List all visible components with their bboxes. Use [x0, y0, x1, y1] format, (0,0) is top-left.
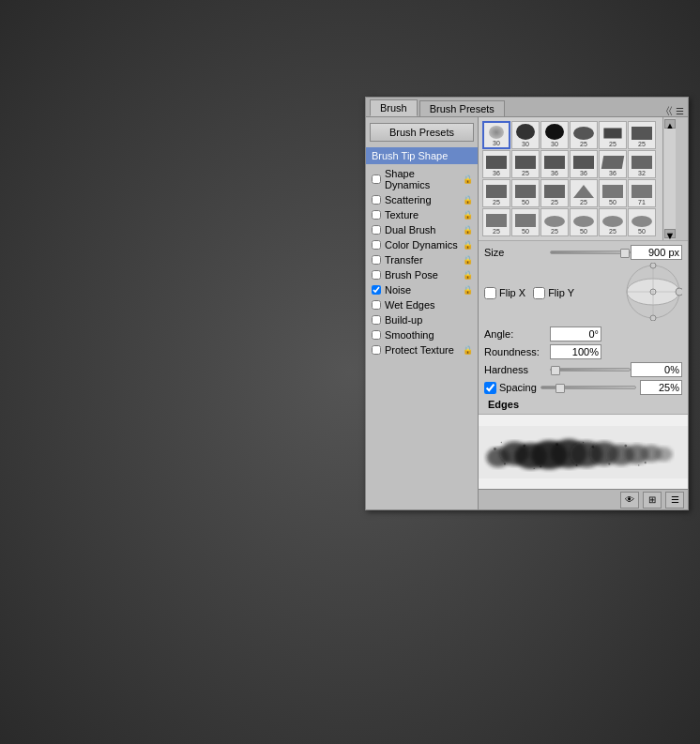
sidebar-item-transfer[interactable]: Transfer 🔒: [366, 252, 478, 267]
wet-edges-checkbox[interactable]: [372, 300, 381, 310]
noise-label: Noise: [385, 284, 463, 296]
sidebar-item-smoothing[interactable]: Smoothing: [366, 327, 478, 342]
brush-cell-2[interactable]: 30: [540, 121, 569, 149]
svg-point-26: [592, 446, 595, 448]
brush-pose-label: Brush Pose: [385, 269, 463, 281]
menu-icon[interactable]: ☰: [665, 492, 684, 509]
svg-point-7: [650, 315, 656, 321]
brush-cell-21[interactable]: 50: [570, 208, 598, 236]
tab-brush[interactable]: Brush: [370, 99, 418, 116]
sidebar-item-wet-edges[interactable]: Wet Edges: [366, 297, 478, 312]
brush-cell-6[interactable]: 36: [482, 150, 510, 178]
svg-point-32: [583, 442, 584, 443]
brush-presets-button[interactable]: Brush Presets: [370, 123, 474, 142]
scattering-checkbox[interactable]: [372, 195, 381, 205]
sidebar-item-brush-pose[interactable]: Brush Pose 🔒: [366, 267, 478, 282]
lock-icon-7: 🔒: [463, 270, 472, 280]
brush-pose-checkbox[interactable]: [372, 270, 381, 280]
brush-cell-3[interactable]: 25: [570, 121, 598, 149]
size-slider-thumb[interactable]: [620, 249, 630, 258]
noise-checkbox[interactable]: [372, 285, 381, 295]
sidebar-item-shape-dynamics[interactable]: Shape Dynamics 🔒: [366, 166, 478, 192]
angle-circle-svg[interactable]: [624, 263, 682, 321]
brush-cell-10[interactable]: 36: [599, 150, 627, 178]
transfer-checkbox[interactable]: [372, 255, 381, 265]
grid-icon[interactable]: ⊞: [643, 492, 662, 509]
svg-point-21: [504, 463, 506, 464]
spacing-slider-thumb[interactable]: [555, 384, 565, 393]
angle-value[interactable]: [550, 326, 601, 342]
grid-scrollbar[interactable]: ▲ ▼: [662, 117, 676, 240]
sidebar-item-noise[interactable]: Noise 🔒: [366, 282, 478, 297]
protect-texture-checkbox[interactable]: [372, 345, 381, 355]
brush-cell-8[interactable]: 36: [540, 150, 569, 178]
lock-icon-2: 🔒: [463, 195, 472, 205]
svg-point-29: [645, 462, 647, 463]
brush-cell-0[interactable]: 30: [482, 121, 510, 149]
brush-cell-1[interactable]: 30: [511, 121, 540, 149]
size-slider[interactable]: [550, 251, 631, 254]
brush-cell-11[interactable]: 32: [628, 150, 656, 178]
sidebar-item-color-dynamics[interactable]: Color Dynamics 🔒: [366, 237, 478, 252]
brush-cell-5[interactable]: 25: [628, 121, 656, 149]
buildup-checkbox[interactable]: [372, 315, 381, 325]
shape-dynamics-label: Shape Dynamics: [385, 168, 463, 190]
flip-x-checkbox[interactable]: [484, 287, 496, 299]
brush-grid-area: 30 30 30 25: [479, 117, 688, 240]
brush-cell-23[interactable]: 50: [628, 208, 656, 236]
sidebar-item-buildup[interactable]: Build-up: [366, 312, 478, 327]
transfer-label: Transfer: [385, 254, 463, 266]
dual-brush-checkbox[interactable]: [372, 225, 381, 235]
scroll-down[interactable]: ▼: [664, 229, 676, 238]
svg-point-6: [650, 263, 656, 268]
flip-y-label[interactable]: Flip Y: [533, 287, 574, 299]
hardness-slider[interactable]: [550, 368, 631, 372]
flip-x-label[interactable]: Flip X: [484, 287, 525, 299]
brush-tip-shape-item[interactable]: Brush Tip Shape: [366, 147, 478, 164]
hardness-slider-thumb[interactable]: [551, 366, 560, 375]
tab-brush-presets[interactable]: Brush Presets: [419, 100, 505, 116]
sidebar-item-protect-texture[interactable]: Protect Texture 🔒: [366, 342, 478, 357]
brush-cell-4[interactable]: 25: [599, 121, 627, 149]
angle-diagram: [624, 263, 682, 323]
brush-cell-16[interactable]: 50: [599, 179, 627, 207]
scroll-up[interactable]: ▲: [664, 119, 676, 129]
sidebar-item-dual-brush[interactable]: Dual Brush 🔒: [366, 222, 478, 237]
tab-arrow-left[interactable]: 〈〈: [666, 105, 672, 116]
brush-cell-13[interactable]: 50: [511, 179, 540, 207]
hardness-label: Hardness: [484, 364, 550, 375]
shape-dynamics-checkbox[interactable]: [372, 175, 381, 184]
lock-icon-9: 🔒: [463, 345, 472, 355]
flip-y-checkbox[interactable]: [533, 287, 545, 299]
size-value[interactable]: [631, 245, 682, 260]
sidebar-item-scattering[interactable]: Scattering 🔒: [366, 192, 478, 207]
brush-cell-15[interactable]: 25: [570, 179, 598, 207]
brush-cell-14[interactable]: 25: [540, 179, 569, 207]
color-dynamics-checkbox[interactable]: [372, 240, 381, 250]
spacing-checkbox[interactable]: [484, 382, 496, 394]
brush-cell-18[interactable]: 25: [482, 208, 510, 236]
brush-cell-19[interactable]: 50: [511, 208, 540, 236]
svg-point-19: [654, 447, 673, 461]
spacing-value[interactable]: [640, 380, 682, 395]
lock-icon-3: 🔒: [463, 210, 472, 220]
brush-cell-22[interactable]: 25: [599, 208, 627, 236]
brush-cell-7[interactable]: 25: [511, 150, 540, 178]
eye-icon[interactable]: 👁: [620, 492, 639, 509]
roundness-value[interactable]: [550, 344, 601, 359]
brush-cell-20[interactable]: 25: [540, 208, 569, 236]
spacing-slider[interactable]: [540, 386, 636, 389]
brush-cell-9[interactable]: 36: [570, 150, 598, 178]
tab-menu[interactable]: ☰: [676, 106, 684, 116]
settings-area: Size Flip X Fli: [479, 240, 688, 414]
brush-cell-12[interactable]: 25: [482, 179, 510, 207]
svg-point-23: [540, 465, 541, 467]
texture-checkbox[interactable]: [372, 210, 381, 220]
angle-row: Angle:: [484, 326, 682, 342]
bottom-bar: 👁 ⊞ ☰: [479, 489, 688, 509]
sidebar-item-texture[interactable]: Texture 🔒: [366, 207, 478, 222]
spacing-label-row[interactable]: Spacing: [484, 382, 537, 394]
hardness-value[interactable]: [631, 362, 682, 377]
smoothing-checkbox[interactable]: [372, 330, 381, 340]
brush-cell-17[interactable]: 71: [628, 179, 656, 207]
